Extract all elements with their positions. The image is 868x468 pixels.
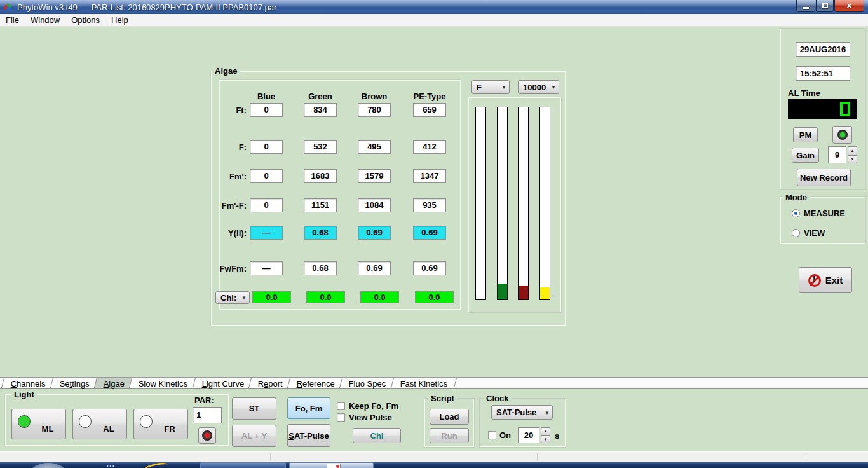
fm-value-pe-type: 1347: [413, 169, 446, 183]
new-record-button[interactable]: New Record: [797, 169, 851, 186]
al-button[interactable]: AL: [72, 409, 127, 439]
start-orb-icon[interactable]: [31, 463, 66, 468]
gain-up-button[interactable]: ▲: [848, 146, 857, 155]
time-display: 15:52:51: [796, 66, 850, 81]
gain-value: 9: [828, 146, 846, 163]
minimize-button[interactable]: [796, 0, 815, 12]
browser-icon[interactable]: [143, 462, 168, 468]
menu-help[interactable]: Help: [105, 14, 134, 26]
al-lamp-icon: [79, 415, 92, 428]
fm-value-green: 1683: [304, 169, 337, 183]
fv-fm-value-green: 0.68: [304, 261, 337, 275]
tab-slow-kinetics[interactable]: Slow Kinetics: [129, 378, 197, 388]
interval-down-button[interactable]: ▼: [541, 436, 550, 444]
view-pulse-checkbox[interactable]: View Pulse: [337, 413, 392, 422]
clock-mode-dropdown[interactable]: SAT-Pulse ▼: [491, 405, 553, 420]
radio-view[interactable]: VIEW: [792, 228, 825, 238]
maximize-button[interactable]: [816, 0, 834, 12]
measuring-light-led-button[interactable]: [832, 126, 852, 144]
column-header-brown: Brown: [348, 92, 401, 101]
chevron-down-icon: ▼: [551, 85, 556, 90]
keep-fo-fm-checkbox[interactable]: Keep Fo, Fm: [337, 401, 398, 411]
interval-up-button[interactable]: ▲: [541, 427, 550, 436]
column-header-blue: Blue: [240, 92, 293, 101]
fr-lamp-icon: [140, 415, 153, 428]
al-y-button[interactable]: AL + Y: [232, 425, 276, 447]
taskbar-dots-icon: •••: [107, 464, 115, 468]
close-button[interactable]: ×: [834, 0, 864, 12]
bar-brown-fill: [519, 286, 528, 299]
menu-options[interactable]: Options: [65, 14, 105, 26]
bar-blue: [475, 107, 486, 300]
par-label: PAR:: [194, 396, 214, 405]
tab-algae[interactable]: Algae: [94, 378, 134, 388]
bar-pe-type-fill: [540, 287, 550, 299]
ft-value-pe-type: 659: [413, 103, 446, 117]
clock-interval-value: 20: [518, 427, 539, 443]
app-icon: [4, 3, 13, 11]
chl-value-brown: 0.0: [360, 291, 399, 303]
column-header-pe-type: PE-Type: [403, 92, 456, 101]
al-time-lcd: [788, 99, 857, 119]
signal-select-dropdown[interactable]: F ▼: [471, 80, 510, 94]
yii-value-blue: —: [250, 226, 283, 240]
column-header-green: Green: [294, 92, 347, 101]
clock-interval-spinner: 20 ▲ ▼: [518, 427, 551, 443]
fm-f-value-green: 1151: [304, 198, 337, 212]
gain-down-button[interactable]: ▼: [848, 155, 857, 164]
exit-button[interactable]: Exit: [799, 267, 852, 293]
run-button[interactable]: Run: [430, 428, 469, 443]
menu-file[interactable]: File: [0, 14, 25, 26]
light-led-button[interactable]: [198, 427, 216, 444]
ml-button[interactable]: ML: [11, 409, 66, 439]
tab-channels[interactable]: Channels: [1, 378, 55, 388]
exit-icon: [808, 274, 821, 287]
app-status-bar: [0, 451, 868, 462]
view-pulse-checkbox-icon: [337, 413, 345, 422]
chl-button[interactable]: Chl: [353, 428, 401, 443]
fr-button[interactable]: FR: [133, 409, 188, 439]
close-icon: ×: [846, 1, 851, 10]
tab-fluo-spec[interactable]: Fluo Spec: [339, 378, 396, 388]
pm-button[interactable]: PM: [793, 127, 818, 142]
chevron-down-icon: ▼: [241, 295, 247, 301]
tab-reference[interactable]: Reference: [287, 378, 344, 388]
clock-on-checkbox[interactable]: On: [488, 430, 511, 440]
sat-pulse-button[interactable]: SAT-Pulse: [287, 424, 330, 447]
chl-value-pe-type: 0.0: [415, 291, 454, 303]
tab-fast-kinetics[interactable]: Fast Kinetics: [391, 378, 457, 388]
f-value-pe-type: 412: [413, 140, 446, 154]
row-label-fm: Fm':: [191, 172, 247, 181]
tab-report[interactable]: Report: [248, 378, 292, 388]
light-group-label: Light: [11, 390, 37, 399]
row-label-f: F:: [191, 142, 247, 152]
chevron-down-icon: ▼: [545, 410, 550, 415]
chl-value-green: 0.0: [306, 291, 345, 303]
menu-bar: File Window Options Help: [0, 14, 868, 27]
fo-fm-button[interactable]: Fo, Fm: [287, 397, 330, 419]
fm-value-blue: 0: [250, 169, 283, 183]
taskbar-active-app-button[interactable]: [289, 462, 374, 468]
chl-row-dropdown[interactable]: Chl: ▼: [215, 291, 250, 304]
tab-light-curve[interactable]: Light Curve: [193, 378, 254, 388]
ft-value-green: 834: [304, 103, 337, 117]
menu-window[interactable]: Window: [25, 14, 65, 26]
ml-lamp-icon: [18, 415, 31, 428]
yii-value-brown: 0.69: [358, 226, 391, 240]
fv-fm-value-brown: 0.69: [358, 261, 391, 275]
scale-select-dropdown[interactable]: 10000 ▼: [518, 80, 559, 94]
tab-settings[interactable]: Settings: [50, 378, 99, 388]
chl-value-blue: 0.0: [252, 291, 291, 303]
fm-f-value-brown: 1084: [358, 198, 391, 212]
windows-taskbar[interactable]: •••: [0, 462, 868, 468]
radio-measure[interactable]: MEASURE: [792, 209, 845, 218]
row-label-fm-f: Fm'-F:: [191, 201, 247, 210]
st-button[interactable]: ST: [232, 397, 276, 420]
gain-button[interactable]: Gain: [792, 148, 819, 163]
date-display: 29AUG2016: [796, 42, 850, 57]
row-label-ft: Ft:: [191, 106, 247, 115]
par-input[interactable]: 1: [193, 407, 222, 423]
taskbar-app-button[interactable]: [200, 462, 286, 468]
load-button[interactable]: Load: [430, 409, 469, 425]
script-group-label: Script: [428, 394, 457, 403]
